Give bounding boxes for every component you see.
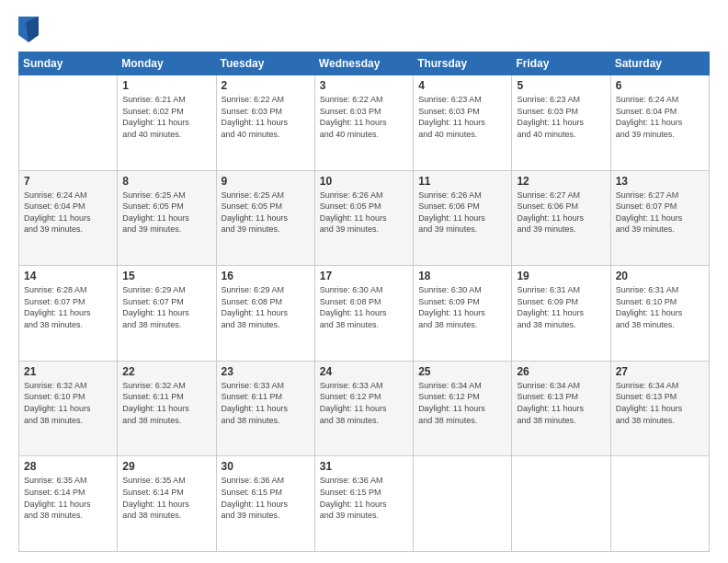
- day-info: Sunrise: 6:23 AM Sunset: 6:03 PM Dayligh…: [418, 94, 506, 140]
- calendar-cell: 17Sunrise: 6:30 AM Sunset: 6:08 PM Dayli…: [314, 266, 413, 362]
- day-number: 29: [122, 460, 210, 473]
- calendar-cell: 27Sunrise: 6:34 AM Sunset: 6:13 PM Dayli…: [610, 361, 709, 456]
- calendar-cell: 26Sunrise: 6:34 AM Sunset: 6:13 PM Dayli…: [512, 361, 610, 456]
- calendar-cell: [610, 456, 709, 552]
- day-info: Sunrise: 6:26 AM Sunset: 6:05 PM Dayligh…: [320, 190, 408, 236]
- calendar-header-thursday: Thursday: [414, 52, 512, 75]
- calendar-cell: 23Sunrise: 6:33 AM Sunset: 6:11 PM Dayli…: [216, 361, 314, 456]
- day-number: 18: [418, 270, 506, 282]
- calendar-header-sunday: Sunday: [19, 52, 118, 75]
- calendar-header-row: SundayMondayTuesdayWednesdayThursdayFrid…: [19, 52, 710, 75]
- day-number: 23: [222, 365, 310, 378]
- day-info: Sunrise: 6:36 AM Sunset: 6:15 PM Dayligh…: [222, 475, 310, 521]
- day-info: Sunrise: 6:31 AM Sunset: 6:09 PM Dayligh…: [517, 284, 605, 330]
- calendar-cell: 5Sunrise: 6:23 AM Sunset: 6:03 PM Daylig…: [512, 75, 610, 171]
- day-number: 22: [122, 365, 210, 378]
- calendar-cell: 1Sunrise: 6:21 AM Sunset: 6:02 PM Daylig…: [118, 75, 216, 171]
- day-info: Sunrise: 6:28 AM Sunset: 6:07 PM Dayligh…: [24, 284, 112, 330]
- day-number: 9: [222, 175, 310, 188]
- day-number: 15: [122, 270, 210, 282]
- day-number: 16: [222, 270, 310, 282]
- day-info: Sunrise: 6:34 AM Sunset: 6:12 PM Dayligh…: [418, 380, 506, 426]
- calendar-cell: 7Sunrise: 6:24 AM Sunset: 6:04 PM Daylig…: [19, 170, 118, 266]
- calendar-cell: 4Sunrise: 6:23 AM Sunset: 6:03 PM Daylig…: [414, 75, 512, 171]
- day-info: Sunrise: 6:33 AM Sunset: 6:11 PM Dayligh…: [222, 380, 310, 426]
- calendar-cell: 12Sunrise: 6:27 AM Sunset: 6:06 PM Dayli…: [512, 170, 610, 266]
- day-number: 8: [122, 175, 210, 188]
- calendar-cell: 11Sunrise: 6:26 AM Sunset: 6:06 PM Dayli…: [414, 170, 512, 266]
- day-number: 12: [517, 175, 605, 188]
- day-number: 21: [24, 365, 112, 378]
- calendar-week-1: 7Sunrise: 6:24 AM Sunset: 6:04 PM Daylig…: [19, 170, 710, 266]
- calendar-header-tuesday: Tuesday: [216, 52, 314, 75]
- day-info: Sunrise: 6:34 AM Sunset: 6:13 PM Dayligh…: [517, 380, 605, 426]
- calendar-cell: 31Sunrise: 6:36 AM Sunset: 6:15 PM Dayli…: [314, 456, 413, 552]
- calendar-week-2: 14Sunrise: 6:28 AM Sunset: 6:07 PM Dayli…: [19, 266, 710, 362]
- day-info: Sunrise: 6:22 AM Sunset: 6:03 PM Dayligh…: [222, 94, 310, 140]
- day-info: Sunrise: 6:33 AM Sunset: 6:12 PM Dayligh…: [320, 380, 408, 426]
- calendar-cell: 24Sunrise: 6:33 AM Sunset: 6:12 PM Dayli…: [314, 361, 413, 456]
- day-info: Sunrise: 6:35 AM Sunset: 6:14 PM Dayligh…: [24, 475, 112, 521]
- day-info: Sunrise: 6:29 AM Sunset: 6:07 PM Dayligh…: [122, 284, 210, 330]
- day-number: 17: [320, 270, 408, 282]
- calendar-header-monday: Monday: [118, 52, 216, 75]
- day-info: Sunrise: 6:27 AM Sunset: 6:07 PM Dayligh…: [616, 190, 704, 236]
- day-info: Sunrise: 6:32 AM Sunset: 6:10 PM Dayligh…: [24, 380, 112, 426]
- day-info: Sunrise: 6:21 AM Sunset: 6:02 PM Dayligh…: [122, 94, 210, 140]
- calendar-cell: 20Sunrise: 6:31 AM Sunset: 6:10 PM Dayli…: [610, 266, 709, 362]
- day-number: 10: [320, 175, 408, 188]
- day-number: 30: [222, 460, 310, 473]
- day-info: Sunrise: 6:29 AM Sunset: 6:08 PM Dayligh…: [222, 284, 310, 330]
- calendar-cell: [512, 456, 610, 552]
- calendar-cell: 25Sunrise: 6:34 AM Sunset: 6:12 PM Dayli…: [414, 361, 512, 456]
- day-number: 14: [24, 270, 112, 282]
- day-number: 19: [517, 270, 605, 282]
- day-number: 26: [517, 365, 605, 378]
- calendar-cell: 9Sunrise: 6:25 AM Sunset: 6:05 PM Daylig…: [216, 170, 314, 266]
- calendar-cell: [19, 75, 118, 171]
- day-info: Sunrise: 6:27 AM Sunset: 6:06 PM Dayligh…: [517, 190, 605, 236]
- calendar-cell: [414, 456, 512, 552]
- day-info: Sunrise: 6:23 AM Sunset: 6:03 PM Dayligh…: [517, 94, 605, 140]
- page: SundayMondayTuesdayWednesdayThursdayFrid…: [0, 0, 728, 563]
- day-info: Sunrise: 6:30 AM Sunset: 6:09 PM Dayligh…: [418, 284, 506, 330]
- day-info: Sunrise: 6:26 AM Sunset: 6:06 PM Dayligh…: [418, 190, 506, 236]
- calendar-week-0: 1Sunrise: 6:21 AM Sunset: 6:02 PM Daylig…: [19, 75, 710, 171]
- day-number: 2: [222, 79, 310, 92]
- calendar-cell: 29Sunrise: 6:35 AM Sunset: 6:14 PM Dayli…: [118, 456, 216, 552]
- day-info: Sunrise: 6:35 AM Sunset: 6:14 PM Dayligh…: [122, 475, 210, 521]
- calendar-table: SundayMondayTuesdayWednesdayThursdayFrid…: [18, 52, 710, 552]
- day-number: 20: [616, 270, 704, 282]
- calendar-cell: 6Sunrise: 6:24 AM Sunset: 6:04 PM Daylig…: [610, 75, 709, 171]
- day-info: Sunrise: 6:25 AM Sunset: 6:05 PM Dayligh…: [122, 190, 210, 236]
- day-number: 1: [122, 79, 210, 92]
- calendar-header-saturday: Saturday: [610, 52, 709, 75]
- day-info: Sunrise: 6:32 AM Sunset: 6:11 PM Dayligh…: [122, 380, 210, 426]
- day-number: 24: [320, 365, 408, 378]
- day-number: 31: [320, 460, 408, 473]
- calendar-cell: 14Sunrise: 6:28 AM Sunset: 6:07 PM Dayli…: [19, 266, 118, 362]
- day-info: Sunrise: 6:34 AM Sunset: 6:13 PM Dayligh…: [616, 380, 704, 426]
- calendar-week-3: 21Sunrise: 6:32 AM Sunset: 6:10 PM Dayli…: [19, 361, 710, 456]
- day-info: Sunrise: 6:24 AM Sunset: 6:04 PM Dayligh…: [24, 190, 112, 236]
- calendar-header-wednesday: Wednesday: [314, 52, 413, 75]
- day-info: Sunrise: 6:30 AM Sunset: 6:08 PM Dayligh…: [320, 284, 408, 330]
- day-info: Sunrise: 6:36 AM Sunset: 6:15 PM Dayligh…: [320, 475, 408, 521]
- logo: [18, 17, 42, 42]
- day-number: 11: [418, 175, 506, 188]
- calendar-cell: 18Sunrise: 6:30 AM Sunset: 6:09 PM Dayli…: [414, 266, 512, 362]
- calendar-cell: 15Sunrise: 6:29 AM Sunset: 6:07 PM Dayli…: [118, 266, 216, 362]
- calendar-cell: 8Sunrise: 6:25 AM Sunset: 6:05 PM Daylig…: [118, 170, 216, 266]
- calendar-cell: 3Sunrise: 6:22 AM Sunset: 6:03 PM Daylig…: [314, 75, 413, 171]
- day-number: 4: [418, 79, 506, 92]
- calendar-cell: 2Sunrise: 6:22 AM Sunset: 6:03 PM Daylig…: [216, 75, 314, 171]
- day-number: 13: [616, 175, 704, 188]
- day-number: 3: [320, 79, 408, 92]
- day-number: 27: [616, 365, 704, 378]
- calendar-cell: 30Sunrise: 6:36 AM Sunset: 6:15 PM Dayli…: [216, 456, 314, 552]
- day-number: 6: [616, 79, 704, 92]
- calendar-cell: 22Sunrise: 6:32 AM Sunset: 6:11 PM Dayli…: [118, 361, 216, 456]
- logo-icon: [18, 17, 39, 42]
- calendar-cell: 10Sunrise: 6:26 AM Sunset: 6:05 PM Dayli…: [314, 170, 413, 266]
- day-number: 5: [517, 79, 605, 92]
